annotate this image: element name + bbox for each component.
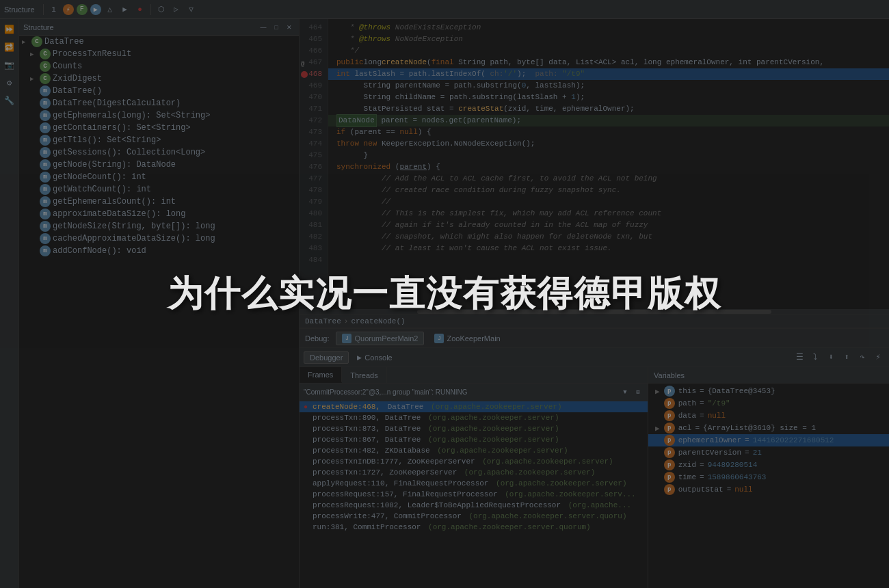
frame-item-9[interactable]: ● processRequest:1082, Leader$ToBeApplie… [300, 500, 648, 511]
var-item-zxid[interactable]: ▶ p zxid = 94489280514 [648, 459, 889, 471]
frame-item-10[interactable]: ● processWrite:477, CommitProcessor (org… [300, 511, 648, 522]
frames-filter[interactable]: ⊞ [633, 387, 643, 398]
frame-item-3[interactable]: ● processTxn:867, DataTree (org.apache.z… [300, 434, 648, 445]
structure-item-datatree-constructor[interactable]: m DataTree() [19, 85, 299, 97]
debug-tool-run-cursor[interactable]: ↷ [855, 351, 869, 364]
debug-tool-step-into[interactable]: ⬇ [824, 351, 838, 364]
sidebar-icon-camera[interactable]: 📷 [2, 57, 17, 72]
structure-item-getttls[interactable]: m getTtls(): Set<String> [19, 134, 299, 146]
debug-tab-zookeeper[interactable]: J ZooKeeperMain [428, 332, 506, 345]
frames-tab[interactable]: Frames [300, 367, 342, 383]
toolbar-icon-8[interactable]: ⬡ [155, 3, 168, 16]
ln-482: 482 [300, 231, 328, 243]
tree-arrow-processtxn: ▶ [30, 51, 40, 58]
toolbar-icon-1[interactable]: 1 [48, 3, 60, 16]
debug-tool-step-over[interactable]: ⤵ [808, 351, 822, 364]
code-line-479: // [328, 196, 889, 208]
toolbar-icon-10[interactable]: ▽ [185, 3, 198, 16]
threads-tab[interactable]: Threads [342, 367, 386, 383]
structure-item-processtxnresult[interactable]: ▶ C ProcessTxnResult [19, 48, 299, 60]
code-line-482: // snapshot, which might also happen for… [328, 231, 889, 243]
frame-item-1[interactable]: ● processTxn:890, DataTree (org.apache.z… [300, 412, 648, 423]
sidebar-icon-debug[interactable]: 🔁 [2, 40, 17, 55]
toolbar-icon-3[interactable]: F [77, 4, 88, 15]
toolbar-icon-7[interactable]: ● [134, 3, 146, 16]
ln-464: 464 [300, 22, 328, 34]
toolbar-icon-4[interactable]: ▶ [90, 4, 101, 15]
variables-header: Variables [648, 367, 889, 384]
sidebar-icon-settings[interactable]: ⚙ [2, 75, 17, 90]
frame-item-11[interactable]: ● run:381, CommitProcessor (org.apache.z… [300, 522, 648, 533]
ln-469: 469 [300, 80, 328, 92]
structure-item-getephcount[interactable]: m getEphemeralsCount(): int [19, 196, 299, 208]
frame-item-5[interactable]: ● processTxnInDB:1777, ZooKeeperServer (… [300, 456, 648, 467]
debug-tool-eval[interactable]: ⚡ [871, 351, 885, 364]
structure-item-getnodecount[interactable]: m getNodeCount(): int [19, 171, 299, 183]
item-label-gn: getNode(String): DataNode [53, 160, 176, 170]
code-area: 464 465 466 467 @ 468 469 470 471 472 [300, 19, 889, 315]
var-item-ephemeralowner[interactable]: ▶ p ephemeralOwner = 144162022271680512 [648, 434, 889, 446]
ln-467: 467 @ [300, 57, 328, 68]
frame-item-2[interactable]: ● processTxn:873, DataTree (org.apache.z… [300, 423, 648, 434]
toolbar-icon-2[interactable]: ⚡ [63, 4, 74, 15]
frame-item-0[interactable]: ● createNode:468, DataTree (org.apache.z… [300, 401, 648, 412]
var-item-data[interactable]: ▶ p data = null [648, 410, 889, 422]
frame-item-8[interactable]: ● processRequest:157, FinalRequestProces… [300, 489, 648, 500]
filter-icon[interactable]: ▼ [620, 387, 631, 398]
structure-item-getcontainers[interactable]: m getContainers(): Set<String> [19, 122, 299, 134]
debug-tab-quorum[interactable]: J QuorumPeerMain2 [336, 332, 424, 345]
structure-item-getwatchcount[interactable]: m getWatchCount(): int [19, 183, 299, 196]
variables-panel: Variables ▶ p this = {DataTree@3453} [648, 367, 889, 588]
var-item-outputstat[interactable]: ▶ p outputStat = null [648, 483, 889, 496]
sidebar-icon-tools[interactable]: 🔧 [2, 93, 17, 108]
structure-panel-header: Structure — □ ✕ [19, 19, 299, 36]
code-panel: 464 465 466 467 @ 468 469 470 471 472 [300, 19, 889, 588]
code-line-471: StatPersisted stat = createStat(zxid, ti… [328, 103, 889, 115]
frame-item-4[interactable]: ● processTxn:482, ZKDatabase (org.apache… [300, 445, 648, 456]
var-item-this[interactable]: ▶ p this = {DataTree@3453} [648, 385, 889, 397]
structure-item-getnode[interactable]: m getNode(String): DataNode [19, 159, 299, 171]
structure-panel: Structure — □ ✕ ▶ C DataTree ▶ C Process… [19, 19, 300, 588]
method-icon-gnc: m [40, 172, 51, 183]
code-scrollbar-thumb [417, 310, 771, 314]
console-tab[interactable]: ▶ Console [351, 351, 398, 364]
frame-item-7[interactable]: ● applyRequest:110, FinalRequestProcesso… [300, 478, 648, 489]
structure-item-zxiddigest[interactable]: ▶ C ZxidDigest [19, 72, 299, 85]
ln-470: 470 [300, 92, 328, 103]
structure-item-datatree-dc[interactable]: m DataTree(DigestCalculator) [19, 97, 299, 109]
var-item-parentcversion[interactable]: ▶ p parentCVersion = 21 [648, 446, 889, 459]
collapse-icon[interactable]: — [258, 22, 269, 33]
structure-item-getsessions[interactable]: m getSessions(): Collection<Long> [19, 146, 299, 159]
sidebar-icon-run[interactable]: ⏩ [2, 22, 17, 37]
structure-item-approx[interactable]: m approximateDataSize(): long [19, 208, 299, 220]
toolbar-icon-9[interactable]: ▷ [170, 3, 183, 16]
close-icon[interactable]: ✕ [284, 22, 295, 33]
debug-tool-list[interactable]: ☰ [793, 351, 806, 364]
structure-item-counts[interactable]: C Counts [19, 60, 299, 72]
item-label-gnc: getNodeCount(): int [53, 172, 146, 182]
code-scroll[interactable]: 464 465 466 467 @ 468 469 470 471 472 [300, 19, 889, 309]
structure-item-addconfnode[interactable]: m addConfNode(): void [19, 245, 299, 257]
item-label-gs: getSessions(): Collection<Long> [53, 148, 205, 157]
toolbar-icon-5[interactable]: △ [104, 3, 116, 16]
frame-item-6[interactable]: ● processTxn:1727, ZooKeeperServer (org.… [300, 467, 648, 478]
var-item-acl[interactable]: ▶ p acl = {ArrayList@3610} size = 1 [648, 422, 889, 434]
ln-477: 477 [300, 173, 328, 185]
breadcrumb-method: createNode() [351, 317, 405, 325]
structure-item-cached[interactable]: m cachedApproximateDataSize(): long [19, 232, 299, 245]
var-item-path[interactable]: ▶ p path = "/t9" [648, 397, 889, 410]
structure-item-getephemerals[interactable]: m getEphemerals(long): Set<String> [19, 109, 299, 122]
debugger-tab[interactable]: Debugger [304, 351, 349, 364]
var-item-time[interactable]: ▶ p time = 1589860643763 [648, 471, 889, 483]
item-label-gt: getTtls(): Set<String> [53, 135, 161, 145]
structure-item-getnodesize[interactable]: m getNodeSize(String, byte[]): long [19, 220, 299, 232]
expand-icon[interactable]: □ [271, 22, 282, 33]
code-scrollbar-h[interactable] [300, 309, 889, 315]
debug-tool-step-out[interactable]: ⬆ [840, 351, 853, 364]
item-label-counts: Counts [53, 62, 82, 71]
frames-tabs: Frames Threads [300, 367, 648, 384]
structure-item-datatree[interactable]: ▶ C DataTree [19, 36, 299, 48]
item-label-ddc: DataTree(DigestCalculator) [53, 98, 181, 108]
method-icon-acn: m [40, 245, 51, 256]
toolbar-icon-6[interactable]: ▶ [119, 3, 131, 16]
